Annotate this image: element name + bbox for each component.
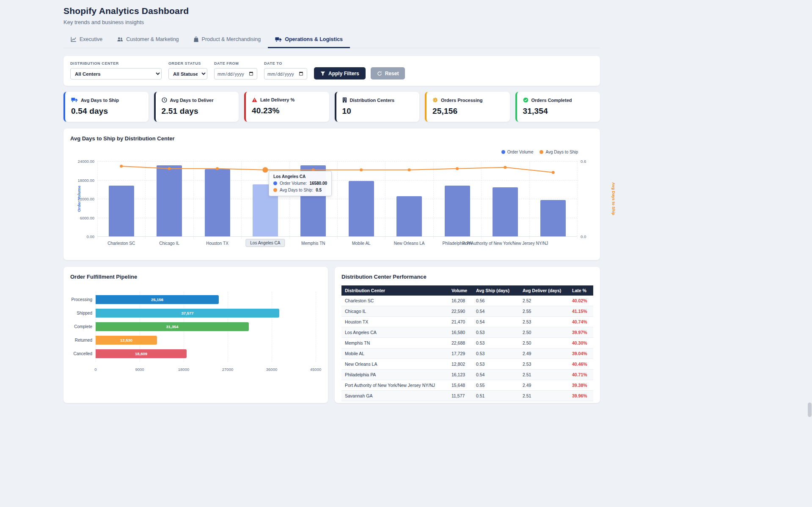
line-point[interactable] [504, 166, 506, 169]
tooltip-row: Avg Days to Ship:0.5 [273, 188, 327, 192]
table-cell: 2.49 [519, 348, 569, 359]
x-axis-label: Charleston SC [107, 241, 135, 246]
table-cell: 2.55 [519, 306, 569, 317]
table-cell: 39.04% [569, 348, 593, 359]
tab-product-merchandising[interactable]: Product & Merchandising [186, 32, 268, 48]
pipeline-bar-value: 25,156 [151, 297, 163, 302]
tab-bar: ExecutiveCustomer & MarketingProduct & M… [63, 32, 600, 48]
tooltip-value: 0.5 [316, 188, 322, 192]
y2-axis-tick: 0.0 [581, 234, 586, 239]
column-header[interactable]: Distribution Center [341, 285, 448, 296]
line-point[interactable] [168, 167, 171, 170]
reset-button[interactable]: Reset [371, 67, 405, 79]
legend-dot [501, 150, 505, 154]
vertical-scrollbar-thumb[interactable] [808, 403, 812, 417]
gridline-vertical [577, 161, 578, 238]
table-row[interactable]: Port Authority of New York/New Jersey NY… [341, 380, 593, 391]
tooltip-series-dot [273, 188, 277, 192]
pipeline-chart-title: Order Fulfillment Pipeline [70, 274, 321, 280]
y-axis-tick: 18000.00 [70, 178, 94, 183]
gridline-vertical [272, 292, 272, 362]
date-from-input[interactable] [214, 68, 257, 79]
filter-distribution-center: DISTRIBUTION CENTER All Centers [70, 61, 162, 79]
column-header[interactable]: Avg Deliver (days) [519, 285, 569, 296]
table-cell: 0.54 [473, 317, 519, 327]
order-status-select[interactable]: All Statuses [168, 68, 207, 79]
table-cell: 40.30% [569, 338, 593, 348]
column-header[interactable]: Avg Ship (days) [473, 285, 519, 296]
table-row[interactable]: Philadelphia PA16,1230.542.5140.71% [341, 370, 593, 380]
table-row[interactable]: Los Angeles CA16,5800.532.5039.97% [341, 327, 593, 338]
pipeline-category-label: Processing [70, 297, 92, 302]
y-axis-tick: 0.00 [70, 234, 94, 239]
tab-operations-logistics[interactable]: Operations & Logistics [268, 32, 350, 48]
x-axis-label: Houston TX [206, 241, 228, 246]
pipeline-category-label: Cancelled [70, 351, 92, 356]
table-cell: 0.51 [473, 391, 519, 401]
kpi-header: Distribution Centers [342, 97, 414, 103]
pipeline-card: Order Fulfillment Pipeline 0900018000270… [63, 267, 328, 403]
table-cell: Philadelphia PA [341, 370, 448, 380]
table-cell: 0.54 [473, 370, 519, 380]
kpi-card-orders-processing: Orders Processing25,156 [425, 92, 510, 122]
tab-label: Operations & Logistics [285, 36, 343, 42]
warning-icon [252, 97, 257, 102]
pipeline-bar-processing[interactable]: 25,156 [96, 295, 219, 304]
kpi-value: 25,156 [432, 107, 504, 116]
table-cell: 11,577 [448, 391, 473, 401]
legend-dot [539, 150, 543, 154]
kpi-header: Late Delivery % [252, 97, 323, 102]
tab-label: Customer & Marketing [126, 36, 179, 42]
table-row[interactable]: Houston TX21,4700.542.5340.74% [341, 317, 593, 327]
table-cell: 41.15% [569, 306, 593, 317]
line-point[interactable] [262, 167, 268, 173]
pipeline-bar-complete[interactable]: 31,354 [96, 322, 249, 331]
x-axis-label: Memphis TN [301, 241, 325, 246]
pipeline-bar-cancelled[interactable]: 18,609 [96, 349, 187, 358]
pipeline-bar-value: 12,530 [120, 338, 132, 343]
table-cell: New Orleans LA [341, 359, 448, 370]
table-cell: 0.53 [473, 359, 519, 370]
pipeline-bar-shipped[interactable]: 37,577 [96, 309, 279, 318]
table-row[interactable]: Memphis TN22,6880.532.5040.30% [341, 338, 593, 348]
line-point[interactable] [360, 168, 363, 171]
combo-chart-card: Avg Days to Ship by Distribution Center … [63, 129, 600, 260]
table-cell: 39.96% [569, 391, 593, 401]
distribution-center-select[interactable]: All Centers [70, 68, 162, 79]
table-row[interactable]: Charleston SC16,2080.562.5240.02% [341, 296, 593, 306]
line-point[interactable] [456, 167, 459, 170]
tab-executive[interactable]: Executive [63, 32, 110, 48]
table-cell: 2.50 [519, 327, 569, 338]
table-cell: 22,688 [448, 338, 473, 348]
table-cell: 0.55 [473, 380, 519, 391]
line-point[interactable] [552, 171, 555, 174]
table-row[interactable]: New Orleans LA12,8020.532.5340.46% [341, 359, 593, 370]
y2-axis-tick: 0.6 [581, 159, 586, 164]
column-header[interactable]: Late % [569, 285, 593, 296]
bottom-row: Order Fulfillment Pipeline 0900018000270… [63, 267, 600, 403]
table-cell: 2.51 [519, 391, 569, 401]
table-cell: 15,648 [448, 380, 473, 391]
apply-filters-button[interactable]: Apply Filters [314, 67, 366, 79]
tab-label: Product & Merchandising [202, 36, 261, 42]
line-point[interactable] [216, 167, 219, 170]
table-cell: 0.53 [473, 338, 519, 348]
column-header[interactable]: Volume [448, 285, 473, 296]
tab-customer-marketing[interactable]: Customer & Marketing [110, 32, 186, 48]
table-row[interactable]: Savannah GA11,5770.512.5139.96% [341, 391, 593, 401]
line-point[interactable] [408, 168, 411, 171]
bag-icon [193, 36, 199, 42]
kpi-value: 31,354 [523, 107, 595, 116]
reset-icon [377, 71, 382, 76]
filter-bar: DISTRIBUTION CENTER All Centers ORDER ST… [63, 56, 600, 86]
page-title: Shopify Analytics Dashboard [63, 6, 600, 16]
pipeline-bar-returned[interactable]: 12,530 [96, 336, 157, 345]
table-row[interactable]: Chicago IL22,5900.542.5541.15% [341, 306, 593, 317]
truck-icon [275, 37, 282, 42]
x-axis-tick: 27000 [222, 367, 233, 372]
table-cell: 2.51 [519, 370, 569, 380]
line-point[interactable] [120, 164, 123, 167]
table-row[interactable]: Mobile AL17,7290.532.4939.04% [341, 348, 593, 359]
table-cell: Chicago IL [341, 306, 448, 317]
date-to-input[interactable] [264, 68, 307, 79]
